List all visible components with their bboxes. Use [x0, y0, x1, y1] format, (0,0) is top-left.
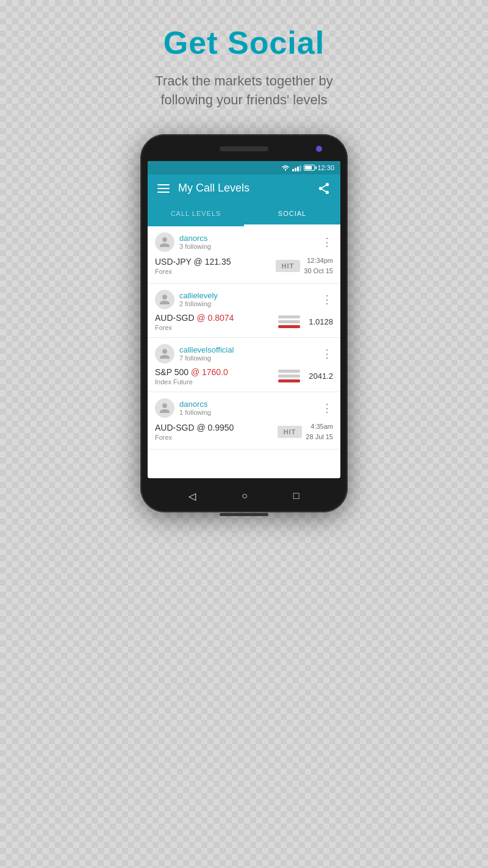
signal-icon — [292, 164, 301, 171]
following-count: 2 following — [179, 300, 218, 307]
trade-pair: S&P 500 @ 1760.0 — [155, 367, 228, 377]
phone-device: 12:30 My Call Levels CALL LEVELS SOCIAL — [140, 134, 348, 512]
trade-pair: USD-JPY @ 121.35 — [155, 257, 231, 267]
trade-category: Index Future — [155, 378, 228, 386]
tab-call-levels[interactable]: CALL LEVELS — [148, 203, 244, 226]
hit-badge: HIT — [278, 426, 303, 438]
price-indicator-area: 1.0128 — [278, 315, 333, 328]
trade-category: Forex — [155, 434, 234, 441]
phone-speaker — [220, 146, 268, 151]
price-indicator — [278, 315, 300, 328]
status-icons: 12:30 — [281, 164, 334, 171]
trade-category: Forex — [155, 268, 231, 275]
hit-badge: HIT — [276, 260, 301, 272]
svg-point-0 — [285, 169, 286, 170]
avatar — [155, 398, 174, 418]
list-item: calllevelsofficial 7 following ⋮ S&P 500… — [148, 338, 340, 392]
avatar — [155, 290, 174, 309]
avatar — [155, 344, 174, 364]
trade-category: Forex — [155, 324, 234, 331]
price-indicator — [278, 370, 300, 382]
status-bar: 12:30 — [148, 161, 340, 174]
trade-pair: AUD-SGD @ 0.8074 — [155, 313, 234, 323]
battery-icon — [304, 165, 315, 171]
more-options-icon[interactable]: ⋮ — [321, 237, 333, 248]
phone-bottom-bar — [220, 513, 268, 516]
trade-time: 4:35am 28 Jul 15 — [306, 421, 333, 443]
price-indicator-area: 2041.2 — [278, 370, 333, 382]
username: danorcs — [179, 234, 211, 243]
username: calllevelsofficial — [179, 345, 234, 354]
more-options-icon[interactable]: ⋮ — [321, 403, 333, 414]
status-time: 12:30 — [317, 164, 334, 171]
more-options-icon[interactable]: ⋮ — [321, 294, 333, 305]
list-item: danorcs 3 following ⋮ USD-JPY @ 121.35 F… — [148, 226, 340, 284]
current-price: 2041.2 — [309, 371, 333, 381]
back-button[interactable]: ◁ — [188, 490, 196, 502]
wifi-icon — [281, 164, 290, 171]
list-item: callielevely 2 following ⋮ AUD-SGD @ 0.8… — [148, 284, 340, 338]
phone-camera — [316, 146, 322, 152]
home-button[interactable]: ○ — [242, 490, 248, 501]
following-count: 7 following — [179, 354, 234, 362]
app-title: My Call Levels — [178, 182, 317, 195]
phone-top-bar — [148, 142, 340, 156]
page-subtitle: Track the markets together byfollowing y… — [155, 72, 332, 110]
share-icon[interactable] — [317, 182, 331, 195]
username: callielevely — [179, 291, 218, 300]
social-feed-list: danorcs 3 following ⋮ USD-JPY @ 121.35 F… — [148, 226, 340, 478]
app-header: My Call Levels — [148, 174, 340, 203]
trade-pair: AUD-SGD @ 0.9950 — [155, 423, 234, 432]
current-price: 1.0128 — [309, 317, 333, 326]
trade-time: 12:34pm 30 Oct 15 — [304, 256, 333, 277]
recent-button[interactable]: □ — [293, 490, 300, 501]
username: danorcs — [179, 400, 211, 409]
list-item: danorcs 1 following ⋮ AUD-SGD @ 0.9950 F… — [148, 392, 340, 450]
following-count: 1 following — [179, 409, 211, 416]
phone-nav-bar: ◁ ○ □ — [148, 483, 340, 509]
tabs-bar: CALL LEVELS SOCIAL — [148, 203, 340, 226]
phone-screen: 12:30 My Call Levels CALL LEVELS SOCIAL — [148, 161, 340, 478]
page-title: Get Social — [163, 24, 325, 61]
more-options-icon[interactable]: ⋮ — [321, 348, 333, 359]
following-count: 3 following — [179, 243, 211, 250]
hamburger-menu-icon[interactable] — [157, 184, 170, 193]
tab-social[interactable]: SOCIAL — [244, 203, 340, 226]
avatar — [155, 232, 174, 252]
